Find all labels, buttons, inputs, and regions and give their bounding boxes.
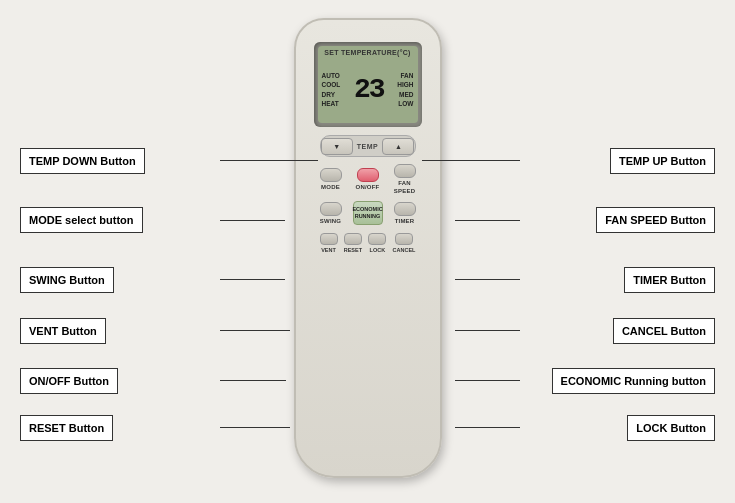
connector-cancel: [455, 330, 520, 331]
fanspeed-label2: SPEED: [394, 188, 415, 194]
lock-btn-group: LOCK: [368, 233, 386, 253]
lcd-display: SET TEMPERATURE(°C) AUTOCOOLDRYHEAT 23 F…: [314, 42, 422, 127]
mode-btn-group: MODE: [320, 168, 342, 190]
timer-btn-group: TIMER: [394, 202, 416, 224]
lcd-title: SET TEMPERATURE(°C): [318, 46, 418, 56]
label-vent: VENT Button: [20, 318, 106, 344]
mode-label: MODE: [321, 184, 340, 190]
fanspeed-label: FAN: [398, 180, 411, 186]
mode-onoff-row: MODE ON/OFF FAN SPEED: [320, 164, 416, 194]
label-reset: RESET Button: [20, 415, 113, 441]
swing-economic-row: SWING ECONOMICRUNNING TIMER: [320, 201, 416, 225]
onoff-label: ON/OFF: [356, 184, 380, 190]
temp-label: TEMP: [357, 143, 378, 150]
connector-swing: [220, 279, 285, 280]
reset-button[interactable]: [344, 233, 362, 245]
cancel-btn-group: CANCEL: [393, 233, 416, 253]
cancel-label: CANCEL: [393, 247, 416, 253]
vent-btn-group: VENT: [320, 233, 338, 253]
vent-label: VENT: [321, 247, 336, 253]
connector-economic: [455, 380, 520, 381]
label-timer: TIMER Button: [624, 267, 715, 293]
vent-button[interactable]: [320, 233, 338, 245]
reset-label: RESET: [344, 247, 362, 253]
temp-row: ▼ TEMP ▲: [314, 135, 422, 157]
timer-button[interactable]: [394, 202, 416, 216]
label-economic: ECONOMIC Running button: [552, 368, 715, 394]
swing-label: SWING: [320, 218, 341, 224]
lcd-modes: AUTOCOOLDRYHEAT: [322, 71, 341, 107]
fanspeed-button[interactable]: [394, 164, 416, 178]
buttons-area: ▼ TEMP ▲ MODE ON/OFF FAN SPEED: [314, 135, 422, 253]
cancel-button[interactable]: [395, 233, 413, 245]
label-swing: SWING Button: [20, 267, 114, 293]
connector-reset: [220, 427, 290, 428]
remote-control: SET TEMPERATURE(°C) AUTOCOOLDRYHEAT 23 F…: [294, 18, 442, 478]
swing-btn-group: SWING: [320, 202, 342, 224]
lock-button[interactable]: [368, 233, 386, 245]
connector-temp-up: [422, 160, 520, 161]
temp-bar: ▼ TEMP ▲: [320, 135, 416, 157]
mode-button[interactable]: [320, 168, 342, 182]
diagram-container: SET TEMPERATURE(°C) AUTOCOOLDRYHEAT 23 F…: [0, 0, 735, 503]
lock-label: LOCK: [370, 247, 386, 253]
label-onoff: ON/OFF Button: [20, 368, 118, 394]
economic-button[interactable]: ECONOMICRUNNING: [353, 201, 383, 225]
lcd-fan-levels: FANHIGHMEDLOW: [397, 71, 413, 107]
connector-mode: [220, 220, 285, 221]
label-cancel: CANCEL Button: [613, 318, 715, 344]
fanspeed-btn-group: FAN SPEED: [394, 164, 416, 194]
label-lock: LOCK Button: [627, 415, 715, 441]
onoff-button[interactable]: [357, 168, 379, 182]
label-temp-up: TEMP UP Button: [610, 148, 715, 174]
connector-onoff: [220, 380, 286, 381]
temp-down-button[interactable]: ▼: [321, 138, 353, 155]
label-temp-down: TEMP DOWN Button: [20, 148, 145, 174]
connector-lock: [455, 427, 520, 428]
label-fan-speed: FAN SPEED Button: [596, 207, 715, 233]
onoff-btn-group: ON/OFF: [356, 168, 380, 190]
reset-btn-group: RESET: [344, 233, 362, 253]
connector-timer: [455, 279, 520, 280]
swing-button[interactable]: [320, 202, 342, 216]
label-mode: MODE select button: [20, 207, 143, 233]
connector-temp-down: [220, 160, 318, 161]
connector-vent: [220, 330, 290, 331]
connector-fan-speed: [455, 220, 520, 221]
timer-label: TIMER: [395, 218, 415, 224]
vent-row: VENT RESET LOCK CANCEL: [320, 233, 416, 253]
lcd-temperature: 23: [354, 74, 384, 105]
temp-up-button[interactable]: ▲: [382, 138, 414, 155]
